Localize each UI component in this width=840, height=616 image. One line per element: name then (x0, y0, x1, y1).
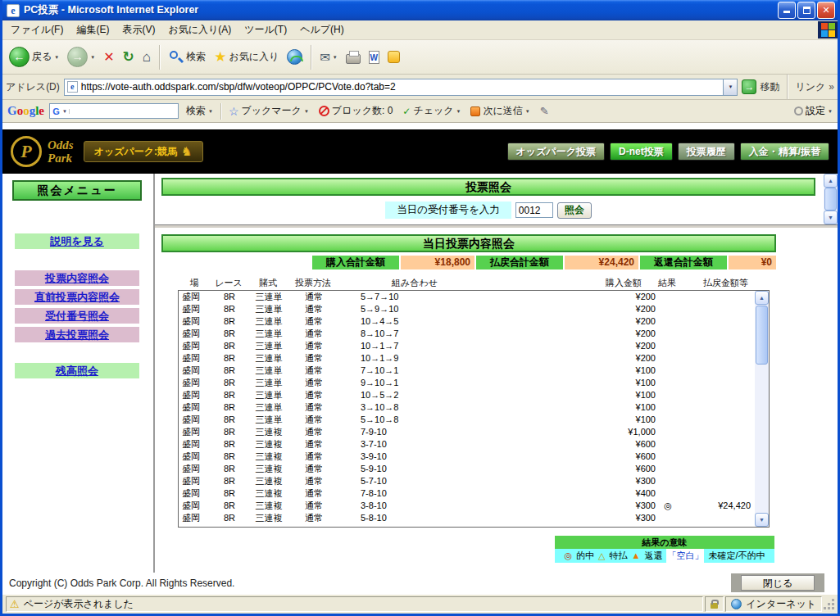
cell-combination: 3→10→8 (338, 401, 493, 414)
close-page-button[interactable]: 閉じる (741, 575, 815, 591)
sidebar-item-past-votes[interactable]: 過去投票照会 (15, 327, 139, 342)
forward-button[interactable]: → ▼ (64, 45, 98, 69)
google-search-options-icon[interactable]: ▼ (208, 109, 213, 114)
google-search-dropdown-icon[interactable]: ▼ (62, 109, 70, 114)
sidebar-item-help[interactable]: 説明を見る (15, 233, 139, 249)
edit-word-button[interactable]: W (366, 49, 383, 66)
send-to-dropdown-icon[interactable]: ▼ (525, 109, 530, 114)
cell-combination: 5→7→10 (338, 291, 493, 303)
stop-button[interactable]: ✕ (100, 48, 117, 66)
nav-oddspark-vote[interactable]: オッズパーク投票 (507, 143, 605, 161)
close-window-button[interactable]: ✕ (817, 2, 835, 19)
links-toolbar[interactable]: リンク » (795, 80, 834, 94)
google-search-button[interactable]: 検索 ▼ (184, 102, 216, 120)
menu-file[interactable]: ファイル(F) (4, 20, 70, 39)
bookmarks-dropdown-icon[interactable]: ▼ (304, 109, 309, 114)
receipt-number-input[interactable] (515, 202, 553, 218)
sidebar-item-receipt-number[interactable]: 受付番号照会 (15, 308, 139, 324)
cell-method: 通常 (290, 315, 338, 328)
sidebar-item-recent-vote-details[interactable]: 直前投票内容照会 (15, 289, 139, 305)
sidebar-item-vote-details[interactable]: 投票内容照会 (15, 270, 139, 286)
refresh-button[interactable]: ↻ (120, 47, 138, 67)
messenger-button[interactable] (384, 49, 403, 65)
cell-track: 盛岡 (179, 365, 211, 377)
cell-result (656, 401, 680, 414)
search-label: 検索 (186, 50, 206, 64)
send-to-label: 次に送信 (483, 104, 522, 118)
highlight-button[interactable]: ✎ (538, 103, 552, 119)
cell-method: 通常 (290, 291, 338, 303)
mail-button[interactable]: ✉ ▼ (316, 48, 341, 66)
menu-help[interactable]: ヘルプ(H) (293, 20, 351, 39)
settings-dropdown-icon[interactable]: ▼ (828, 109, 833, 114)
address-dropdown-icon[interactable]: ▼ (723, 79, 737, 95)
settings-ring-icon (794, 106, 803, 116)
mail-dropdown-icon[interactable]: ▼ (333, 55, 338, 60)
scrollbar-thumb[interactable] (756, 306, 768, 365)
popup-blocker-button[interactable]: ブロック数: 0 (316, 102, 395, 120)
cell-amount: ¥600 (493, 438, 656, 451)
payout-total-label: 払戻合計金額 (476, 256, 565, 270)
print-icon (346, 54, 361, 64)
cell-race: 8R (211, 291, 247, 303)
google-search-box[interactable]: G ▼ (49, 103, 179, 119)
address-field[interactable]: e https://vote-auth.oddspark.com/sbp/dfw… (64, 79, 738, 96)
cell-combination: 7-9-10 (338, 426, 493, 438)
check-dropdown-icon[interactable]: ▼ (456, 109, 461, 114)
send-to-button[interactable]: 次に送信 ▼ (468, 102, 532, 120)
zone-pane: インターネット (725, 596, 822, 612)
menu-view[interactable]: 表示(V) (116, 20, 161, 39)
google-settings-button[interactable]: 設定 ▼ (794, 104, 833, 118)
back-dropdown-icon[interactable]: ▼ (54, 55, 59, 60)
top-frame-scrollbar[interactable]: ▲ ▼ (824, 174, 838, 224)
favorites-button[interactable]: ★ お気に入り (211, 47, 282, 67)
cell-payout: ¥24,420 (680, 500, 751, 512)
nav-deposit-settlement[interactable]: 入金・精算/振替 (740, 143, 829, 161)
home-button[interactable]: ⌂ (139, 48, 154, 67)
history-button[interactable] (284, 48, 306, 66)
google-search-input[interactable] (70, 105, 178, 118)
back-label: 戻る (32, 50, 52, 64)
scroll-up-icon[interactable]: ▲ (824, 174, 838, 188)
keiba-badge: オッズパーク:競馬 ♞ (84, 141, 203, 162)
scroll-down-icon[interactable]: ▼ (755, 513, 769, 527)
sidebar-item-balance[interactable]: 残高照会 (15, 363, 139, 378)
table-row: 盛岡 8R 三連単 通常 7→10→1 ¥100 (179, 365, 755, 377)
scrollbar-thumb[interactable] (824, 188, 837, 211)
maximize-button[interactable] (797, 2, 815, 19)
spellcheck-button[interactable]: ✓ チェック ▼ (400, 102, 463, 120)
address-url[interactable]: https://vote-auth.oddspark.com/sbp/dfw/v… (78, 81, 724, 93)
cell-method: 通常 (290, 438, 338, 451)
menu-favorites[interactable]: お気に入り(A) (161, 20, 238, 39)
back-button[interactable]: ← 戻る ▼ (6, 45, 62, 69)
resize-grip[interactable] (824, 598, 836, 611)
zone-label: インターネット (746, 597, 816, 611)
bet-list-scrollbar[interactable]: ▲ ▼ (755, 291, 769, 527)
window-titlebar[interactable]: e PC投票 - Microsoft Internet Explorer ✕ (2, 0, 838, 20)
go-button[interactable]: → 移動 (742, 79, 779, 94)
cell-result: ◎ (656, 500, 680, 512)
cell-bet-type: 三連複 (247, 487, 290, 500)
cell-race: 8R (211, 500, 247, 512)
table-row: 盛岡 8R 三連複 通常 7-8-10 ¥400 (179, 487, 755, 500)
nav-vote-history[interactable]: 投票履歴 (678, 143, 735, 161)
search-button[interactable]: 検索 (165, 48, 209, 66)
page-footer: Copyright (C) Odds Park Corp. All Rights… (2, 573, 838, 594)
cell-amount: ¥200 (493, 352, 656, 365)
links-chevron-icon[interactable]: » (829, 81, 834, 93)
minimize-button[interactable] (778, 2, 796, 19)
status-warning-icon: ⚠ (10, 598, 20, 610)
nav-dnet-vote[interactable]: D-net投票 (610, 143, 673, 161)
forward-icon: → (67, 47, 88, 67)
oddspark-logo[interactable]: P OddsPark (11, 136, 74, 167)
scroll-up-icon[interactable]: ▲ (755, 291, 769, 305)
cell-result (656, 487, 680, 500)
menu-tools[interactable]: ツール(T) (238, 20, 293, 39)
menu-edit[interactable]: 編集(E) (70, 20, 116, 39)
cell-race: 8R (211, 487, 247, 500)
scroll-down-icon[interactable]: ▼ (824, 211, 838, 224)
print-button[interactable] (343, 49, 364, 66)
google-bookmarks-button[interactable]: ☆ ブックマーク ▼ (226, 102, 311, 120)
forward-dropdown-icon[interactable]: ▼ (90, 55, 95, 60)
inquiry-submit-button[interactable]: 照会 (557, 202, 592, 219)
